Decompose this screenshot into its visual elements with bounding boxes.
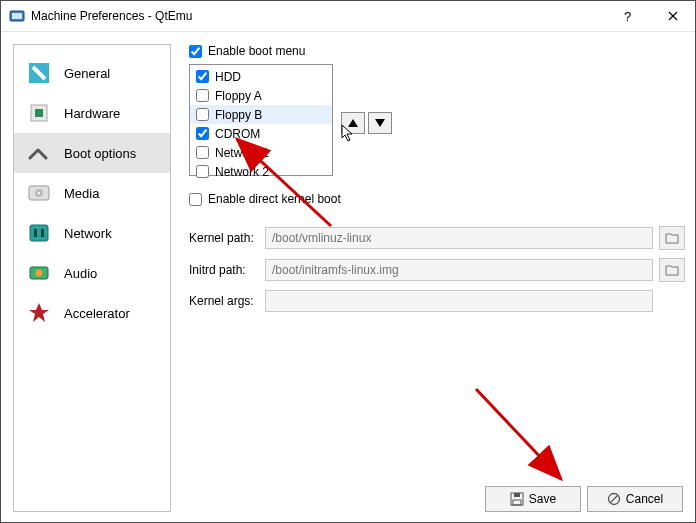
boot-item-label: Network 1 xyxy=(215,146,269,160)
sidebar-item-hardware[interactable]: Hardware xyxy=(14,93,170,133)
kernel-path-input[interactable] xyxy=(265,227,653,249)
general-icon xyxy=(26,60,52,86)
dialog-buttons: Save Cancel xyxy=(485,486,683,512)
enable-boot-menu-input[interactable] xyxy=(189,45,202,58)
sidebar-item-media[interactable]: Media xyxy=(14,173,170,213)
app-icon xyxy=(9,8,25,24)
boot-options-icon xyxy=(26,140,52,166)
sidebar-item-label: Media xyxy=(64,186,99,201)
audio-icon xyxy=(26,260,52,286)
sidebar: General Hardware Boot options Media xyxy=(13,44,171,512)
boot-item-checkbox[interactable] xyxy=(196,127,209,140)
svg-rect-8 xyxy=(30,225,48,241)
enable-direct-kernel-input[interactable] xyxy=(189,193,202,206)
svg-marker-13 xyxy=(29,303,49,322)
boot-item-label: Network 2 xyxy=(215,165,269,179)
sidebar-item-audio[interactable]: Audio xyxy=(14,253,170,293)
network-icon xyxy=(26,220,52,246)
boot-item-checkbox[interactable] xyxy=(196,165,209,178)
enable-direct-kernel-checkbox[interactable]: Enable direct kernel boot xyxy=(189,192,683,206)
enable-direct-kernel-label: Enable direct kernel boot xyxy=(208,192,341,206)
boot-order-buttons xyxy=(341,112,392,134)
svg-rect-18 xyxy=(513,500,521,505)
boot-item-network-2[interactable]: Network 2 xyxy=(190,162,332,181)
sidebar-item-boot-options[interactable]: Boot options xyxy=(14,133,170,173)
preferences-window: Machine Preferences - QtEmu ? General Ha… xyxy=(0,0,696,523)
svg-rect-9 xyxy=(34,229,37,237)
boot-item-checkbox[interactable] xyxy=(196,70,209,83)
sidebar-item-accelerator[interactable]: Accelerator xyxy=(14,293,170,333)
boot-item-network-1[interactable]: Network 1 xyxy=(190,143,332,162)
sidebar-item-label: Audio xyxy=(64,266,97,281)
boot-item-floppy-b[interactable]: Floppy B xyxy=(190,105,332,124)
svg-marker-15 xyxy=(375,119,385,127)
sidebar-item-label: General xyxy=(64,66,110,81)
svg-rect-4 xyxy=(35,109,43,117)
boot-order-list[interactable]: HDD Floppy A Floppy B CDROM xyxy=(189,64,333,176)
move-down-button[interactable] xyxy=(368,112,392,134)
enable-boot-menu-label: Enable boot menu xyxy=(208,44,305,58)
sidebar-item-label: Accelerator xyxy=(64,306,130,321)
boot-item-checkbox[interactable] xyxy=(196,89,209,102)
svg-rect-1 xyxy=(12,13,22,19)
svg-rect-10 xyxy=(41,229,44,237)
hardware-icon xyxy=(26,100,52,126)
svg-point-12 xyxy=(36,270,43,277)
boot-options-panel: Enable boot menu HDD Floppy A Floppy B xyxy=(189,44,683,512)
kernel-args-label: Kernel args: xyxy=(189,294,259,308)
sidebar-item-network[interactable]: Network xyxy=(14,213,170,253)
sidebar-item-general[interactable]: General xyxy=(14,53,170,93)
boot-item-checkbox[interactable] xyxy=(196,146,209,159)
move-up-button[interactable] xyxy=(341,112,365,134)
kernel-form: Kernel path: Initrd path: Kernel args: xyxy=(189,226,683,312)
sidebar-item-label: Network xyxy=(64,226,112,241)
boot-item-label: CDROM xyxy=(215,127,260,141)
titlebar: Machine Preferences - QtEmu ? xyxy=(1,1,695,32)
close-button[interactable] xyxy=(650,1,695,31)
save-button-label: Save xyxy=(529,492,556,506)
boot-item-label: HDD xyxy=(215,70,241,84)
media-icon xyxy=(26,180,52,206)
boot-item-label: Floppy A xyxy=(215,89,262,103)
boot-item-floppy-a[interactable]: Floppy A xyxy=(190,86,332,105)
svg-rect-17 xyxy=(514,493,520,497)
kernel-args-input[interactable] xyxy=(265,290,653,312)
enable-boot-menu-checkbox[interactable]: Enable boot menu xyxy=(189,44,683,58)
initrd-path-browse-button[interactable] xyxy=(659,258,685,282)
help-button[interactable]: ? xyxy=(605,1,650,31)
window-title: Machine Preferences - QtEmu xyxy=(31,9,192,23)
save-button[interactable]: Save xyxy=(485,486,581,512)
kernel-path-browse-button[interactable] xyxy=(659,226,685,250)
save-icon xyxy=(510,492,524,506)
cancel-icon xyxy=(607,492,621,506)
kernel-path-label: Kernel path: xyxy=(189,231,259,245)
boot-item-hdd[interactable]: HDD xyxy=(190,67,332,86)
cancel-button-label: Cancel xyxy=(626,492,663,506)
sidebar-item-label: Boot options xyxy=(64,146,136,161)
initrd-path-input[interactable] xyxy=(265,259,653,281)
boot-order-row: HDD Floppy A Floppy B CDROM xyxy=(189,64,683,176)
svg-marker-14 xyxy=(348,119,358,127)
client-area: General Hardware Boot options Media xyxy=(1,32,695,522)
cancel-button[interactable]: Cancel xyxy=(587,486,683,512)
boot-item-label: Floppy B xyxy=(215,108,262,122)
boot-item-cdrom[interactable]: CDROM xyxy=(190,124,332,143)
initrd-path-label: Initrd path: xyxy=(189,263,259,277)
svg-point-7 xyxy=(38,192,40,194)
svg-line-20 xyxy=(610,496,617,503)
accelerator-icon xyxy=(26,300,52,326)
boot-item-checkbox[interactable] xyxy=(196,108,209,121)
sidebar-item-label: Hardware xyxy=(64,106,120,121)
